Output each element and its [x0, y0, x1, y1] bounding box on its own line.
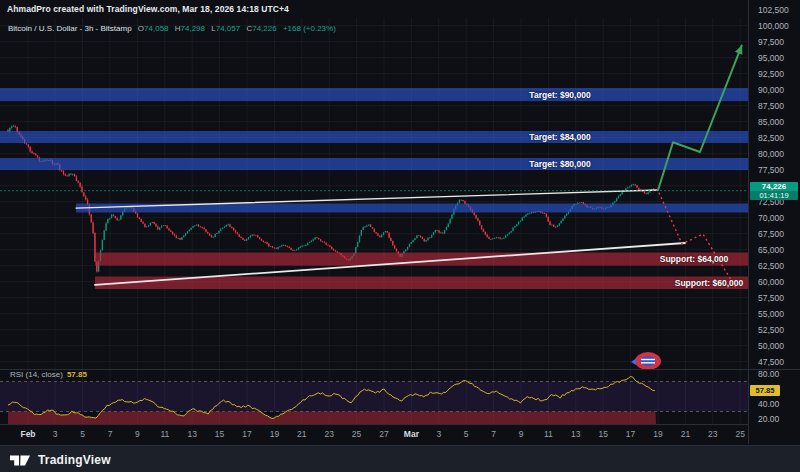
- time-tick: 25: [735, 429, 744, 439]
- price-tick: 87,500: [758, 101, 784, 111]
- time-tick: 7: [491, 429, 496, 439]
- rsi-band-fill: [0, 382, 748, 412]
- candlestick-series: [7, 125, 656, 273]
- time-tick: 25: [352, 429, 361, 439]
- time-tick: 7: [108, 429, 113, 439]
- price-tick: 55,000: [758, 309, 784, 319]
- time-tick: 11: [160, 429, 169, 439]
- rsi-tick: 40.00: [758, 399, 779, 409]
- time-tick: 15: [215, 429, 224, 439]
- time-axis[interactable]: Feb3579111315171921232527Mar357911131517…: [0, 424, 748, 445]
- time-tick: 21: [297, 429, 306, 439]
- time-tick: 5: [80, 429, 85, 439]
- price-tick: 92,500: [758, 69, 784, 79]
- footer-bar: TradingView: [0, 445, 800, 472]
- time-tick: 19: [653, 429, 662, 439]
- time-tick: 23: [324, 429, 333, 439]
- time-tick: Mar: [404, 429, 419, 439]
- time-tick: 27: [379, 429, 388, 439]
- projection-arrowhead: [735, 45, 742, 55]
- price-tick: 82,500: [758, 133, 784, 143]
- price-tick: 85,000: [758, 117, 784, 127]
- time-tick: 17: [242, 429, 251, 439]
- time-tick: 23: [708, 429, 717, 439]
- support-band-label: Support: $64,000: [660, 254, 729, 264]
- ohlc-low-value: 74,057: [216, 24, 240, 33]
- rsi-indicator-title[interactable]: RSI (14, close)57.85: [10, 370, 87, 379]
- price-tick: 77,500: [758, 165, 784, 175]
- price-tick: 67,500: [758, 229, 784, 239]
- target-band-label: Target: $80,000: [529, 159, 590, 169]
- price-tick: 60,000: [758, 277, 784, 287]
- attribution-text: AhmadPro created with TradingView.com, M…: [0, 0, 800, 18]
- price-tick: 47,500: [758, 357, 784, 367]
- time-tick: 17: [626, 429, 635, 439]
- price-tick: 62,500: [758, 261, 784, 271]
- time-tick: 9: [519, 429, 524, 439]
- price-tick: 57,500: [758, 293, 784, 303]
- time-tick: 19: [270, 429, 279, 439]
- ohlc-open-value: 74,058: [144, 24, 168, 33]
- ohlc-high-value: 74,298: [181, 24, 205, 33]
- time-tick: 13: [187, 429, 196, 439]
- target-band[interactable]: [0, 131, 748, 143]
- ohlc-close-value: 74,226: [252, 24, 276, 33]
- rsi-tick: 20.00: [758, 414, 779, 424]
- time-tick: 9: [135, 429, 140, 439]
- symbol-legend[interactable]: Bitcoin / U.S. Dollar - 3h - Bitstamp O7…: [8, 23, 336, 35]
- time-tick: 11: [544, 429, 553, 439]
- time-tick: 3: [53, 429, 58, 439]
- pane-separator[interactable]: [0, 369, 800, 370]
- price-tick: 52,500: [758, 325, 784, 335]
- time-tick: 5: [464, 429, 469, 439]
- price-axis[interactable]: 74,226 01:41:19 57.85 102,500100,00097,5…: [748, 0, 800, 444]
- price-tick: 50,000: [758, 341, 784, 351]
- price-tick: 70,000: [758, 213, 784, 223]
- price-tick: 90,000: [758, 85, 784, 95]
- time-tick: 13: [571, 429, 580, 439]
- price-tick: 80,000: [758, 149, 784, 159]
- ohlc-change: +168 (+0.23%): [283, 24, 336, 33]
- time-tick: 15: [598, 429, 607, 439]
- sticker-annotation[interactable]: [631, 352, 661, 370]
- price-tick: 97,500: [758, 37, 784, 47]
- time-tick: Feb: [20, 429, 35, 439]
- price-tick: 65,000: [758, 245, 784, 255]
- support-band[interactable]: [95, 253, 748, 266]
- rsi-value: 57.85: [67, 370, 87, 379]
- target-band[interactable]: [0, 158, 748, 170]
- rsi-tick: 80.00: [758, 369, 779, 379]
- symbol-title: Bitcoin / U.S. Dollar - 3h - Bitstamp: [8, 24, 132, 33]
- rsi-value-badge: 57.85: [750, 385, 780, 396]
- rsi-label: RSI (14, close): [10, 370, 63, 379]
- price-tick: 95,000: [758, 53, 784, 63]
- target-band-label: Target: $90,000: [529, 90, 590, 100]
- target-band[interactable]: [0, 88, 748, 101]
- tradingview-chart-window: AhmadPro created with TradingView.com, M…: [0, 0, 800, 472]
- brand-name: TradingView: [38, 453, 111, 467]
- support-band-label: Support: $60,000: [675, 278, 744, 288]
- last-price-value: 74,226: [750, 182, 798, 191]
- target-band-label: Target: $84,000: [529, 132, 590, 142]
- last-price-badge: 74,226 01:41:19: [750, 182, 798, 200]
- time-tick: 3: [436, 429, 441, 439]
- chart-canvas[interactable]: [0, 0, 800, 445]
- time-tick: 21: [681, 429, 690, 439]
- tradingview-logo-icon[interactable]: [8, 452, 32, 468]
- bar-countdown: 01:41:19: [750, 191, 798, 200]
- price-tick: 100,000: [758, 21, 789, 31]
